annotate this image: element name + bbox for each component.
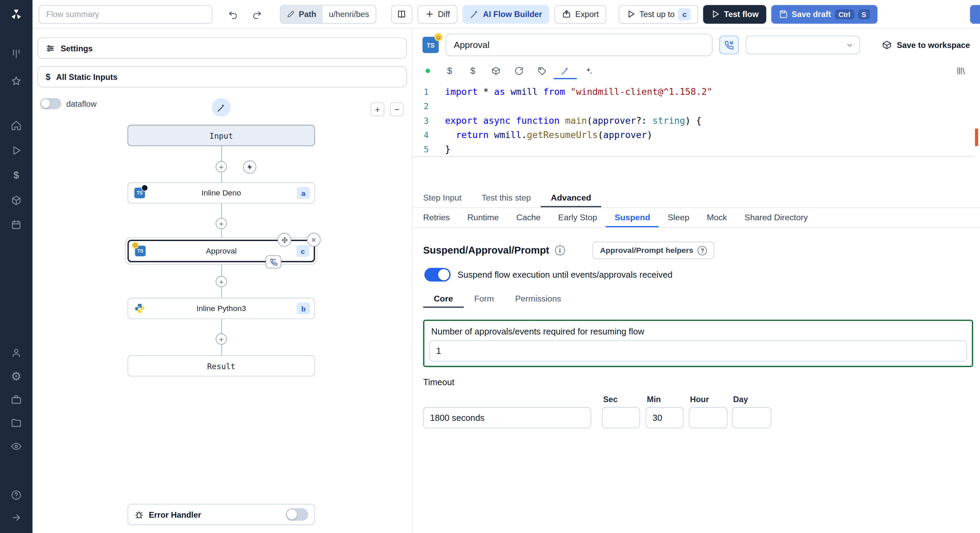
save-to-workspace-button[interactable]: Save to workspace xyxy=(882,40,970,50)
flow-settings-button[interactable]: Settings xyxy=(37,37,407,59)
code-line[interactable]: 5} xyxy=(412,142,980,156)
code-line[interactable]: 3export async function main(approver?: s… xyxy=(412,113,980,127)
help-icon[interactable] xyxy=(7,486,25,504)
sidebar: $ ⚙ xyxy=(0,0,33,533)
tab-step-input[interactable]: Step Input xyxy=(413,187,472,207)
min-input[interactable] xyxy=(646,407,684,428)
timeout-seconds-input[interactable] xyxy=(423,407,591,428)
error-handler[interactable]: Error Handler xyxy=(127,504,315,525)
error-handler-toggle[interactable] xyxy=(285,508,308,521)
approvals-count-input[interactable] xyxy=(430,340,967,361)
save-draft-button[interactable]: Save draftCtrlS xyxy=(771,5,878,24)
code-line[interactable]: 1import * as wmill from "windmill-client… xyxy=(412,84,980,98)
step-header: TS☺ Save to workspace xyxy=(412,30,980,59)
flow-node-input[interactable]: Input xyxy=(127,125,315,146)
tab-permissions[interactable]: Permissions xyxy=(504,290,572,308)
variables-dollar-icon[interactable]: $ xyxy=(7,166,25,185)
current-line-border xyxy=(412,156,974,157)
hour-input[interactable] xyxy=(689,407,727,428)
flow-node-inline-python3[interactable]: Inline Python3 b xyxy=(127,298,315,319)
deploy-button-partial[interactable] xyxy=(970,5,980,24)
suspend-phone-button[interactable] xyxy=(719,36,739,54)
settings-gear-icon[interactable]: ⚙ xyxy=(7,366,25,385)
reload-button[interactable] xyxy=(508,62,530,79)
tab-cache[interactable]: Cache xyxy=(508,208,550,227)
path-selector[interactable]: Path u/henri/bes xyxy=(280,5,376,24)
approval-prompt-helpers-button[interactable]: Approval/Prompt helpers ? xyxy=(592,242,714,259)
suspend-toggle[interactable] xyxy=(424,268,450,281)
refresh-icon xyxy=(514,66,524,75)
ai-wand-button[interactable] xyxy=(212,98,231,117)
variable-picker-button[interactable]: $ xyxy=(438,62,461,79)
tab-retries[interactable]: Retries xyxy=(414,208,459,227)
topbar: Path u/henri/bes Diff AI Flow Builder Ex… xyxy=(33,0,980,29)
tab-runtime[interactable]: Runtime xyxy=(459,208,508,227)
folders-icon[interactable] xyxy=(7,413,25,432)
redo-button[interactable] xyxy=(247,5,266,24)
zoom-in-button[interactable]: + xyxy=(371,102,384,116)
test-up-to-button[interactable]: Test up toc xyxy=(619,5,698,24)
resources-boxes-icon[interactable] xyxy=(7,191,25,210)
sec-input[interactable] xyxy=(602,407,640,428)
day-input[interactable] xyxy=(732,407,772,428)
tab-early-stop[interactable]: Early Stop xyxy=(550,208,606,227)
insert-step-button[interactable]: + xyxy=(216,218,227,229)
docs-book-button[interactable] xyxy=(391,5,412,24)
workers-briefcase-icon[interactable] xyxy=(7,390,25,409)
trigger-zap-button[interactable] xyxy=(243,160,256,174)
library-button[interactable] xyxy=(950,62,972,79)
library-icon xyxy=(956,66,966,75)
runs-icon[interactable] xyxy=(7,141,25,160)
tag-icon xyxy=(538,66,547,75)
ai-flow-builder-button[interactable]: AI Flow Builder xyxy=(463,5,550,24)
kanban-icon[interactable] xyxy=(7,44,25,63)
editor-toolbar: $ $ xyxy=(412,60,980,81)
tab-test-this-step[interactable]: Test this step xyxy=(472,187,541,207)
code-lines[interactable]: 1import * as wmill from "windmill-client… xyxy=(412,84,980,158)
tab-advanced[interactable]: Advanced xyxy=(541,187,601,207)
schedules-calendar-icon[interactable] xyxy=(7,216,25,234)
suspend-phone-badge[interactable] xyxy=(266,255,282,268)
insert-step-button[interactable]: + xyxy=(216,276,227,287)
resource-picker-button[interactable]: $ xyxy=(461,62,485,79)
all-static-inputs-button[interactable]: $ All Static Inputs xyxy=(37,66,407,87)
step-title-input[interactable] xyxy=(446,34,713,56)
tag-button[interactable] xyxy=(530,62,554,79)
flow-node-inline-deno[interactable]: TS Inline Deno a xyxy=(127,182,315,203)
code-line[interactable]: 4 return wmill.getResumeUrls(approver) xyxy=(412,127,980,142)
flow-summary-input[interactable] xyxy=(39,5,213,24)
insert-step-button[interactable]: + xyxy=(216,161,227,172)
zoom-out-button[interactable]: − xyxy=(390,102,404,116)
package-button[interactable] xyxy=(484,62,508,79)
export-button[interactable]: Export xyxy=(555,5,606,24)
tab-shared-directory[interactable]: Shared Directory xyxy=(736,208,816,227)
tab-core[interactable]: Core xyxy=(423,290,463,308)
chevron-down-icon xyxy=(846,41,854,49)
diff-button[interactable]: Diff xyxy=(417,5,457,24)
tab-form[interactable]: Form xyxy=(463,290,504,308)
code-line[interactable]: 2 xyxy=(412,98,980,113)
delete-step-button[interactable]: × xyxy=(307,233,321,246)
tab-sleep[interactable]: Sleep xyxy=(659,208,698,227)
sparkles-button[interactable] xyxy=(577,62,600,79)
script-version-select[interactable] xyxy=(746,36,860,54)
flow-node-result[interactable]: Result xyxy=(127,355,315,376)
plus-icon xyxy=(425,10,434,19)
windmill-logo-icon[interactable] xyxy=(7,5,25,24)
undo-button[interactable] xyxy=(224,5,243,24)
audit-eye-icon[interactable] xyxy=(7,437,25,456)
test-flow-button[interactable]: Test flow xyxy=(703,5,766,24)
ai-wand-button[interactable] xyxy=(554,62,577,79)
user-icon[interactable] xyxy=(7,343,25,362)
expand-arrow-icon[interactable] xyxy=(7,508,25,527)
move-step-button[interactable] xyxy=(278,233,291,246)
info-icon[interactable]: i xyxy=(555,246,565,255)
tab-mock[interactable]: Mock xyxy=(698,208,736,227)
dataflow-toggle[interactable] xyxy=(40,98,61,109)
star-icon[interactable] xyxy=(7,72,25,90)
tab-suspend[interactable]: Suspend xyxy=(606,208,659,227)
approvals-required-label: Number of approvals/events required for … xyxy=(431,327,644,336)
home-icon[interactable] xyxy=(7,116,25,135)
flow-node-approval-selected[interactable]: TS☺ Approval c × xyxy=(127,240,315,262)
insert-step-button[interactable]: + xyxy=(216,333,227,345)
